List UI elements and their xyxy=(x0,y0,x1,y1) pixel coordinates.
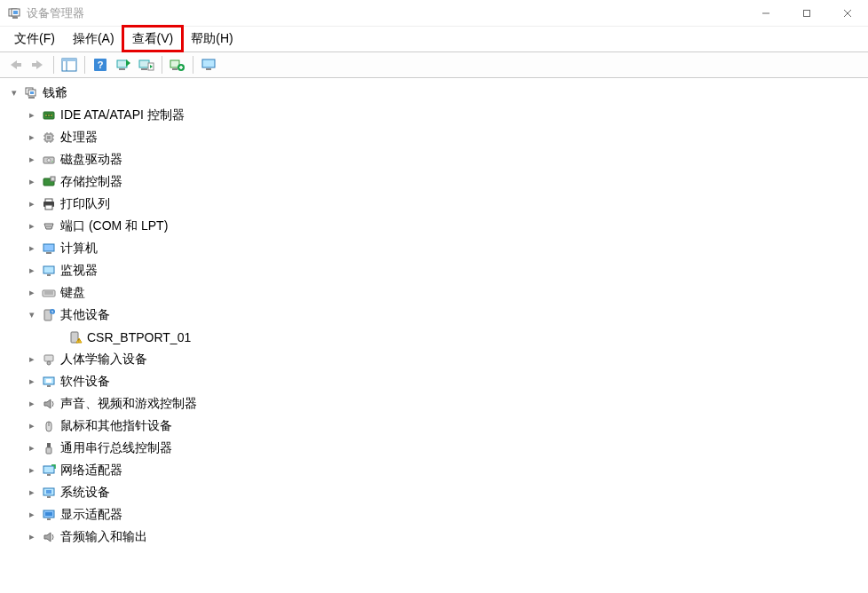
tree-category[interactable]: ▸音频输入和输出 xyxy=(2,526,868,548)
tree-category[interactable]: ▸鼠标和其他指针设备 xyxy=(2,415,868,437)
tree-category[interactable]: ▸存储控制器 xyxy=(2,170,868,193)
svg-rect-74 xyxy=(47,385,51,387)
system-icon xyxy=(41,485,57,501)
display-icon xyxy=(41,507,57,523)
help-button[interactable]: ? xyxy=(90,54,111,75)
tree-category[interactable]: ▸显示适配器 xyxy=(2,503,868,526)
close-button[interactable] xyxy=(827,0,868,27)
tree-category[interactable]: ▾钱爺 xyxy=(2,82,868,104)
menu-file[interactable]: 文件(F) xyxy=(5,27,64,51)
software-icon xyxy=(41,374,57,390)
show-properties-button[interactable] xyxy=(59,54,80,75)
tree-twisty-icon[interactable]: ▸ xyxy=(25,265,39,276)
tree-twisty-icon[interactable]: ▸ xyxy=(25,198,39,210)
maximize-button[interactable] xyxy=(786,0,827,27)
menu-action[interactable]: 操作(A) xyxy=(64,27,123,51)
monitor-icon xyxy=(41,263,57,279)
tree-category[interactable]: ▸软件设备 xyxy=(2,370,868,392)
tree-category[interactable]: ▸网络适配器 xyxy=(2,459,868,481)
tree-item-label: IDE ATA/ATAPI 控制器 xyxy=(60,107,185,123)
tree-twisty-icon[interactable]: ▸ xyxy=(25,131,39,143)
tree-item-label: 软件设备 xyxy=(60,374,110,390)
tree-category[interactable]: ▸IDE ATA/ATAPI 控制器 xyxy=(2,104,868,126)
tree-twisty-icon[interactable]: ▸ xyxy=(25,287,39,298)
tree-item-label: CSR_BTPORT_01 xyxy=(87,330,191,344)
tree-twisty-icon[interactable]: ▾ xyxy=(25,309,39,320)
tree-twisty-icon[interactable]: ▸ xyxy=(25,509,39,520)
tree-category[interactable]: ▸人体学输入设备 xyxy=(2,348,868,370)
minimize-button[interactable] xyxy=(746,0,786,27)
app-icon xyxy=(7,6,21,20)
tree-twisty-icon[interactable]: ▸ xyxy=(25,220,39,232)
tree-item-label: 通用串行总线控制器 xyxy=(60,440,172,456)
svg-rect-73 xyxy=(46,379,51,383)
scan-hardware-button[interactable] xyxy=(113,54,134,75)
back-button[interactable] xyxy=(4,54,26,75)
svg-rect-5 xyxy=(804,10,810,16)
svg-rect-21 xyxy=(172,68,178,70)
svg-rect-17 xyxy=(139,60,149,67)
tree-twisty-icon[interactable]: ▸ xyxy=(25,531,39,542)
tree-twisty-icon[interactable]: ▸ xyxy=(25,176,39,187)
svg-rect-82 xyxy=(46,490,51,494)
toolbar-separator xyxy=(162,56,162,74)
svg-text:?: ? xyxy=(51,309,54,314)
tree-twisty-icon[interactable]: ▸ xyxy=(25,376,39,387)
device-tree[interactable]: ▾钱爺▸IDE ATA/ATAPI 控制器▸处理器▸磁盘驱动器▸存储控制器▸打印… xyxy=(0,78,868,593)
tree-item-label: 其他设备 xyxy=(60,307,110,323)
tree-category[interactable]: ▸处理器 xyxy=(2,126,868,148)
svg-point-47 xyxy=(47,158,51,162)
tree-category[interactable]: ▸打印队列 xyxy=(2,193,868,215)
svg-point-56 xyxy=(48,225,49,226)
tree-item-label: 音频输入和输出 xyxy=(60,529,147,545)
tree-item-label: 人体学输入设备 xyxy=(60,352,147,368)
svg-point-34 xyxy=(48,115,50,116)
tree-twisty-icon[interactable]: ▾ xyxy=(7,87,21,99)
svg-rect-79 xyxy=(43,466,54,473)
tree-twisty-icon[interactable]: ▸ xyxy=(25,353,39,365)
keyboard-icon xyxy=(41,285,57,301)
svg-rect-26 xyxy=(206,68,211,70)
tree-category[interactable]: ▸磁盘驱动器 xyxy=(2,148,868,170)
scan-hardware-play-button[interactable] xyxy=(136,54,157,75)
disk-icon xyxy=(41,152,57,168)
tree-twisty-icon[interactable]: ▸ xyxy=(25,420,39,431)
hid-icon xyxy=(41,352,57,368)
tree-category[interactable]: ▸端口 (COM 和 LPT) xyxy=(2,215,868,237)
svg-point-48 xyxy=(51,161,53,162)
pc-icon xyxy=(41,241,57,257)
tree-category[interactable]: ▸计算机 xyxy=(2,237,868,259)
add-device-button[interactable] xyxy=(167,54,188,75)
tree-twisty-icon[interactable]: ▸ xyxy=(25,398,39,409)
monitor-button[interactable] xyxy=(198,54,219,75)
tree-category[interactable]: ▸通用串行总线控制器 xyxy=(2,437,868,459)
toolbar-separator xyxy=(193,56,193,74)
menubar: 文件(F) 操作(A) 查看(V) 帮助(H) xyxy=(0,27,868,51)
tree-leaf[interactable]: ▸!CSR_BTPORT_01 xyxy=(2,326,868,348)
svg-rect-83 xyxy=(47,496,51,498)
tree-category[interactable]: ▸键盘 xyxy=(2,281,868,304)
svg-rect-11 xyxy=(62,59,76,61)
svg-rect-85 xyxy=(45,512,52,516)
tree-category[interactable]: ▸监视器 xyxy=(2,259,868,281)
tree-twisty-icon[interactable]: ▸ xyxy=(25,486,39,498)
svg-point-35 xyxy=(51,115,52,116)
svg-rect-60 xyxy=(43,266,54,273)
tree-twisty-icon[interactable]: ▸ xyxy=(25,154,39,165)
tree-category[interactable]: ▸声音、视频和游戏控制器 xyxy=(2,392,868,415)
menu-help[interactable]: 帮助(H) xyxy=(182,27,241,51)
svg-rect-25 xyxy=(202,59,215,67)
svg-rect-61 xyxy=(47,274,51,276)
titlebar: 设备管理器 xyxy=(0,0,868,27)
tree-twisty-icon[interactable]: ▸ xyxy=(25,442,39,454)
menu-view[interactable]: 查看(V) xyxy=(123,27,183,51)
tree-item-label: 处理器 xyxy=(60,130,98,146)
tree-item-label: 钱爺 xyxy=(43,85,67,101)
tree-twisty-icon[interactable]: ▸ xyxy=(25,109,39,121)
svg-rect-30 xyxy=(28,97,35,99)
forward-button[interactable] xyxy=(28,54,49,75)
tree-twisty-icon[interactable]: ▸ xyxy=(25,242,39,254)
tree-category[interactable]: ▾?其他设备 xyxy=(2,304,868,326)
tree-category[interactable]: ▸系统设备 xyxy=(2,481,868,503)
tree-twisty-icon[interactable]: ▸ xyxy=(25,464,39,476)
